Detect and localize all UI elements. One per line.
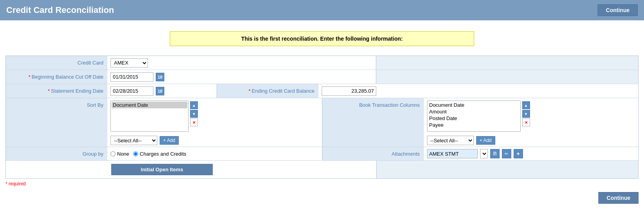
ending-balance-input-cell: 23,285.07: [318, 84, 638, 98]
sort-by-listbox-area: Document Date ▲ ▼ ✕: [107, 98, 322, 134]
beginning-balance-row: Beginning Balance Cut Off Date 01/31/201…: [6, 70, 638, 84]
initial-open-items-right: [377, 161, 639, 178]
ending-balance-label: Ending Credit Card Balance: [217, 84, 318, 98]
statement-ending-label: Statement Ending Date: [6, 84, 107, 98]
initial-open-items-left: Initial Open Items: [6, 161, 377, 178]
ending-balance-section: Ending Credit Card Balance 23,285.07: [217, 84, 638, 98]
sort-by-select-add-row: --Select All-- + Add: [107, 134, 322, 147]
group-by-options: None Charges and Credits: [107, 147, 322, 160]
statement-ending-calendar-button[interactable]: 18: [156, 87, 164, 95]
groupby-attachments-row: Group by None Charges and Credits Attach…: [6, 147, 638, 161]
sort-book-row: Sort By Document Date ▲ ▼ ✕ --Select All…: [6, 98, 638, 147]
book-columns-select-all[interactable]: --Select All--: [427, 136, 474, 145]
attachments-dropdown[interactable]: ▼: [480, 149, 488, 158]
credit-card-row: Credit Card AMEX VISA Mastercard: [6, 56, 638, 70]
groupby-section: Group by None Charges and Credits: [6, 147, 322, 160]
book-columns-listbox-area: Document Date Amount Posted Date Payee ▲…: [424, 98, 639, 134]
sort-by-section: Sort By Document Date ▲ ▼ ✕ --Select All…: [6, 98, 322, 147]
page-header: Credit Card Reconciliation Continue: [0, 0, 644, 20]
edit-icon: ✏: [505, 151, 508, 156]
beginning-balance-calendar-button[interactable]: 18: [156, 73, 164, 81]
book-columns-up-button[interactable]: ▲: [522, 101, 530, 109]
attachments-input[interactable]: AMEX STMT: [427, 149, 478, 158]
group-by-charges-radio[interactable]: [133, 151, 138, 156]
beginning-balance-right-empty: [376, 70, 639, 84]
attachments-edit-button[interactable]: ✏: [502, 149, 511, 158]
book-columns-remove-button[interactable]: ✕: [522, 118, 530, 126]
page-title: Credit Card Reconciliation: [6, 5, 114, 15]
book-columns-listbox[interactable]: Document Date Amount Posted Date Payee: [427, 101, 521, 132]
footer: Continue: [0, 189, 644, 207]
attachments-label: Attachments: [322, 147, 424, 160]
group-by-none-label[interactable]: None: [110, 151, 129, 157]
book-columns-add-button[interactable]: + Add: [476, 136, 495, 145]
initial-open-items-row: Initial Open Items: [6, 161, 638, 178]
sort-by-add-button[interactable]: + Add: [160, 136, 179, 145]
header-continue-button[interactable]: Continue: [598, 4, 638, 16]
credit-card-input-cell: AMEX VISA Mastercard: [107, 56, 376, 70]
statement-ending-input-cell: 02/28/2015 18: [107, 84, 217, 98]
sort-by-label: Sort By: [6, 98, 107, 147]
sort-by-listbox[interactable]: Document Date: [110, 101, 189, 132]
attachments-input-cell: AMEX STMT ▼ 🖹 ✏ +: [424, 147, 639, 160]
credit-card-select[interactable]: AMEX VISA Mastercard: [110, 58, 148, 68]
group-by-charges-label[interactable]: Charges and Credits: [133, 151, 186, 157]
group-by-none-radio[interactable]: [110, 151, 116, 156]
group-by-label: Group by: [6, 147, 107, 160]
book-columns-arrow-buttons: ▲ ▼ ✕: [522, 101, 530, 126]
banner-container: This is the first reconciliation. Enter …: [0, 26, 644, 52]
sort-by-arrow-buttons: ▲ ▼ ✕: [190, 101, 198, 126]
sort-by-up-button[interactable]: ▲: [190, 101, 198, 109]
sort-by-remove-button[interactable]: ✕: [190, 118, 198, 126]
add-icon: +: [516, 151, 519, 157]
book-columns-section: Book Transaction Columns Document Date A…: [322, 98, 639, 147]
view-icon: 🖹: [493, 151, 497, 156]
required-note: * required: [0, 179, 644, 189]
info-banner: This is the first reconciliation. Enter …: [170, 31, 474, 46]
credit-card-right-empty: [376, 56, 639, 70]
attachments-section: Attachments AMEX STMT ▼ 🖹 ✏ +: [322, 147, 639, 160]
ending-balance-input[interactable]: 23,285.07: [322, 86, 376, 96]
sort-by-content: Document Date ▲ ▼ ✕ --Select All-- + Add: [107, 98, 322, 147]
initial-open-items-button[interactable]: Initial Open Items: [111, 164, 213, 175]
credit-card-label: Credit Card: [6, 56, 107, 70]
book-columns-down-button[interactable]: ▼: [522, 110, 530, 118]
book-columns-select-add-row: --Select All-- + Add: [424, 134, 639, 147]
attachments-add-button[interactable]: +: [514, 149, 523, 158]
attachments-view-button[interactable]: 🖹: [490, 149, 500, 158]
sort-by-down-button[interactable]: ▼: [190, 110, 198, 118]
beginning-balance-label: Beginning Balance Cut Off Date: [6, 70, 107, 84]
beginning-balance-input-cell: 01/31/2015 18: [107, 70, 376, 84]
footer-continue-button[interactable]: Continue: [598, 192, 639, 204]
book-columns-label: Book Transaction Columns: [322, 98, 424, 147]
statement-ending-row: Statement Ending Date 02/28/2015 18 Endi…: [6, 84, 638, 98]
statement-ending-input[interactable]: 02/28/2015: [110, 86, 153, 96]
sort-by-select-all[interactable]: --Select All--: [110, 136, 157, 145]
form-container: Credit Card AMEX VISA Mastercard Beginni…: [5, 56, 639, 179]
book-columns-content: Document Date Amount Posted Date Payee ▲…: [424, 98, 639, 147]
beginning-balance-input[interactable]: 01/31/2015: [110, 72, 153, 82]
